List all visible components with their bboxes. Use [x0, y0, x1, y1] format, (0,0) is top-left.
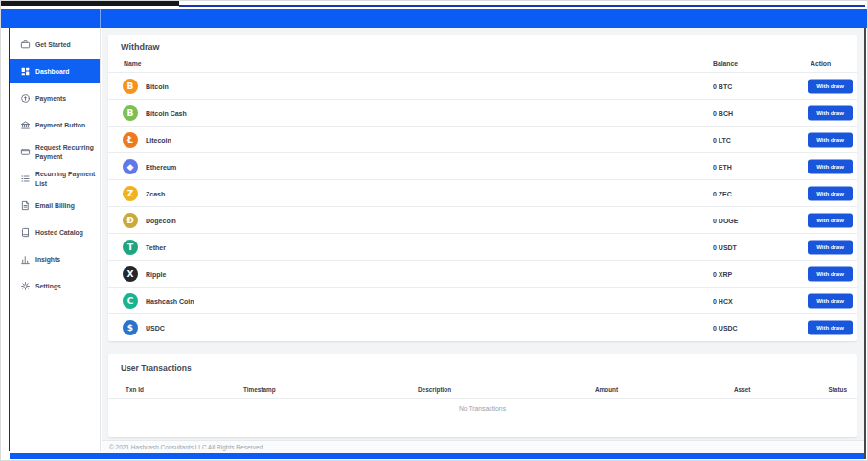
- table-row: B Bitcoin Cash 0 BCH With draw: [108, 99, 857, 126]
- withdraw-card: Withdraw Name Balance Action B Bitcoin 0…: [108, 35, 857, 341]
- coin-name: Hashcash Coin: [146, 297, 194, 304]
- column-header-action: Action: [811, 60, 831, 67]
- table-row: ◆ Ethereum 0 ETH With draw: [108, 152, 857, 179]
- coin-name: Litecoin: [146, 136, 171, 143]
- column-header-name: Name: [124, 60, 142, 67]
- app-window: Get Started Dashboard Payments Payment B…: [0, 0, 868, 461]
- main-content: Withdraw Name Balance Action B Bitcoin 0…: [102, 28, 864, 440]
- coin-name: Tether: [146, 243, 166, 250]
- sidebar-item-label: Insights: [35, 255, 60, 264]
- withdraw-button[interactable]: With draw: [808, 240, 853, 254]
- txn-column-description: Description: [418, 386, 451, 393]
- withdraw-title: Withdraw: [108, 35, 857, 52]
- withdraw-button[interactable]: With draw: [808, 105, 853, 120]
- coin-balance: 0 BTC: [713, 82, 732, 89]
- dashboard-grid-icon: [20, 66, 31, 77]
- ripple-icon: X: [123, 266, 138, 282]
- column-header-balance: Balance: [713, 60, 738, 67]
- coin-name: Dogecoin: [146, 217, 176, 223]
- coin-balance: 0 USDC: [713, 324, 738, 331]
- footer: © 2021 Hashcash Consultants LLC All Righ…: [102, 440, 864, 453]
- sidebar-item-label: Get Started: [35, 40, 71, 49]
- sidebar-item-get-started[interactable]: Get Started: [10, 33, 100, 57]
- briefcase-icon: [20, 39, 31, 50]
- sidebar-item-email-billing[interactable]: Email Billing: [10, 194, 100, 218]
- transactions-table-header: Txn IdTimestampDescriptionAmountAssetSta…: [108, 380, 857, 399]
- sidebar-item-label: Settings: [35, 282, 61, 290]
- bitcoin-cash-icon: B: [123, 105, 138, 121]
- hashcash-coin-icon: C: [123, 293, 138, 309]
- sidebar-item-dashboard[interactable]: Dashboard: [10, 59, 100, 83]
- sidebar-item-recurring-payment-list[interactable]: Recurring Payment List: [10, 167, 100, 191]
- sidebar-item-label: Payment Button: [35, 121, 85, 129]
- withdraw-table-header: Name Balance Action: [108, 52, 857, 72]
- withdraw-button[interactable]: With draw: [808, 213, 853, 227]
- window-right-border: [864, 28, 866, 459]
- txn-column-asset: Asset: [734, 386, 750, 393]
- zcash-icon: Z: [123, 186, 138, 201]
- sidebar-item-label: Recurring Payment List: [35, 170, 96, 187]
- sidebar-item-insights[interactable]: Insights: [10, 247, 100, 271]
- litecoin-icon: Ł: [123, 132, 138, 148]
- txn-column-status: Status: [828, 386, 847, 393]
- list-icon: [20, 173, 31, 184]
- document-icon: [20, 200, 31, 211]
- dogecoin-icon: Ð: [123, 213, 138, 228]
- coin-balance: 0 DOGE: [713, 217, 738, 223]
- table-row: C Hashcash Coin 0 HCX With draw: [108, 287, 857, 313]
- usdc-icon: $: [123, 320, 138, 335]
- header-bar: [1, 9, 867, 28]
- header-divider: [100, 9, 101, 28]
- coin-name: Ethereum: [146, 163, 176, 170]
- bitcoin-icon: B: [123, 79, 138, 94]
- ethereum-icon: ◆: [123, 159, 138, 174]
- withdraw-button[interactable]: With draw: [808, 79, 853, 93]
- table-row: Ł Litecoin 0 LTC With draw: [108, 126, 857, 152]
- table-row: $ USDC 0 USDC With draw: [108, 313, 857, 340]
- tether-icon: T: [123, 240, 138, 255]
- table-row: Z Zcash 0 ZEC With draw: [108, 179, 857, 206]
- coin-balance: 0 XRP: [713, 270, 732, 277]
- sidebar-item-label: Dashboard: [35, 67, 70, 76]
- coin-name: Bitcoin Cash: [146, 109, 187, 116]
- table-row: T Tether 0 USDT With draw: [108, 233, 857, 260]
- book-icon: [20, 227, 31, 238]
- txn-column-txn-id: Txn Id: [126, 386, 144, 393]
- coin-name: Zcash: [146, 190, 165, 196]
- bank-icon: [20, 120, 31, 130]
- transactions-title: User Transactions: [108, 354, 857, 373]
- withdraw-button[interactable]: With draw: [808, 266, 853, 281]
- withdraw-button[interactable]: With draw: [808, 159, 853, 173]
- withdraw-button[interactable]: With draw: [808, 320, 853, 334]
- table-row: X Ripple 0 XRP With draw: [108, 260, 857, 287]
- sidebar-item-settings[interactable]: Settings: [10, 274, 100, 298]
- window-top-line: [179, 5, 865, 7]
- coin-name: Bitcoin: [146, 82, 169, 89]
- withdraw-table-body: B Bitcoin 0 BTC With draw B Bitcoin Cash…: [108, 72, 857, 340]
- coin-balance: 0 ZEC: [713, 190, 732, 196]
- coin-balance: 0 BCH: [713, 109, 733, 116]
- sidebar-item-payment-button[interactable]: Payment Button: [10, 113, 100, 137]
- table-row: Ð Dogecoin 0 DOGE With draw: [108, 206, 857, 233]
- transactions-empty-message: No Transactions: [108, 405, 857, 412]
- bottom-blue-bar: [10, 453, 864, 459]
- withdraw-button[interactable]: With draw: [808, 186, 853, 200]
- coin-balance: 0 HCX: [713, 297, 733, 304]
- sidebar-item-hosted-catalog[interactable]: Hosted Catalog: [10, 220, 100, 244]
- copyright-text: © 2021 Hashcash Consultants LLC All Righ…: [102, 441, 864, 453]
- coin-balance: 0 USDT: [713, 243, 737, 250]
- sidebar-item-label: Email Billing: [35, 201, 75, 210]
- coin-balance: 0 ETH: [713, 163, 732, 170]
- sidebar-item-payments[interactable]: Payments: [10, 86, 100, 110]
- payment-card-icon: [20, 147, 31, 157]
- coin-name: USDC: [146, 324, 165, 331]
- withdraw-button[interactable]: With draw: [808, 132, 853, 147]
- withdraw-button[interactable]: With draw: [808, 293, 853, 308]
- sidebar-item-request-recurring-payment[interactable]: Request Recurring Payment: [10, 140, 100, 164]
- coin-balance: 0 LTC: [713, 136, 731, 143]
- payments-circle-icon: [20, 93, 31, 104]
- gear-icon: [20, 281, 31, 291]
- sidebar-item-label: Hosted Catalog: [35, 228, 83, 237]
- bar-chart-icon: [20, 254, 31, 265]
- txn-column-amount: Amount: [595, 386, 618, 393]
